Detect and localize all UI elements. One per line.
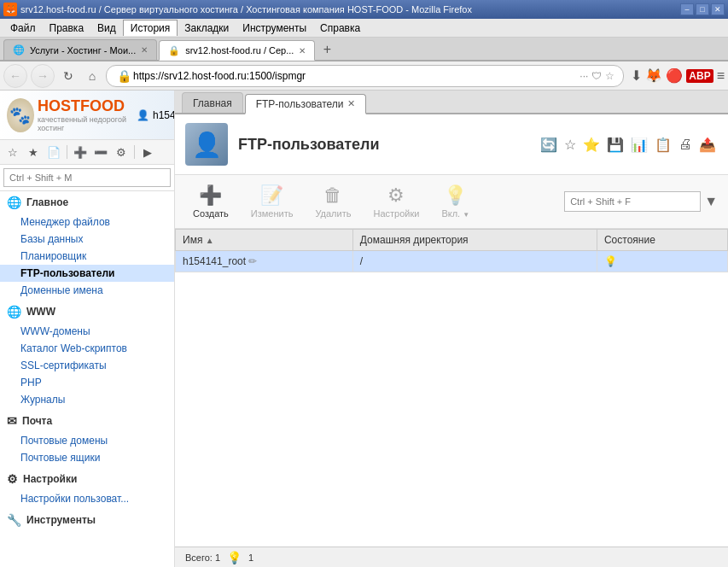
sidebar-item-logs[interactable]: Журналы	[0, 391, 174, 408]
sidebar-section-header-tools[interactable]: 🔧 Инструменты	[0, 509, 174, 531]
close-button[interactable]: ✕	[711, 3, 725, 15]
sidebar-section-header-settings[interactable]: ⚙ Настройки	[0, 468, 174, 490]
sidebar-sep-1	[67, 145, 67, 159]
menu-bookmarks[interactable]: Закладки	[178, 20, 236, 36]
tab-close-0[interactable]: ✕	[141, 45, 148, 55]
addr-dots[interactable]: ···	[579, 70, 588, 82]
sidebar-item-php[interactable]: PHP	[0, 374, 174, 391]
status-count: 1	[248, 552, 253, 563]
sidebar-item-scheduler[interactable]: Планировщик	[0, 248, 174, 265]
sidebar-search-input[interactable]	[3, 168, 171, 187]
enable-button[interactable]: 💡 Вкл. ▼	[434, 180, 477, 223]
col-status[interactable]: Состояние	[597, 230, 727, 251]
sidebar-item-databases[interactable]: Базы данных	[0, 231, 174, 248]
create-button[interactable]: ➕ Создать	[185, 180, 236, 223]
col-name[interactable]: Имя ▲	[176, 230, 353, 251]
create-label: Создать	[193, 208, 229, 219]
back-button[interactable]: ←	[3, 64, 27, 88]
delete-button[interactable]: 🗑 Удалить	[307, 180, 358, 223]
www-icon: 🌐	[7, 305, 21, 319]
sidebar-tool-minus[interactable]: ➖	[91, 143, 110, 161]
tab-favicon: 🌐	[13, 44, 25, 56]
download-icon[interactable]: ⬇	[631, 67, 642, 84]
addressbar: ← → ↻ ⌂ 🔒 https://srv12.host-food.ru:150…	[0, 61, 728, 91]
enable-label: Вкл. ▼	[441, 208, 469, 219]
menu-history[interactable]: История	[123, 20, 178, 36]
content-tab-ftp-close[interactable]: ✕	[347, 98, 355, 109]
sidebar-item-www-domains[interactable]: WWW-домены	[0, 323, 174, 340]
sidebar-section-settings: ⚙ Настройки Настройки пользоват...	[0, 468, 174, 507]
cell-directory: /	[352, 251, 597, 272]
addr-star[interactable]: ☆	[605, 70, 614, 82]
sidebar-section-header-mail[interactable]: ✉ Почта	[0, 410, 174, 432]
shield-icon: 🔴	[666, 67, 683, 84]
refresh-icon[interactable]: 🔄	[539, 135, 559, 155]
sidebar-section-header-www[interactable]: 🌐 WWW	[0, 301, 174, 323]
menu-icon[interactable]: ≡	[717, 68, 725, 84]
adblock-icon[interactable]: ABP	[686, 69, 713, 83]
sidebar-search-area[interactable]	[0, 165, 174, 191]
sidebar-item-mailboxes[interactable]: Почтовые ящики	[0, 449, 174, 466]
tab-close-1[interactable]: ✕	[299, 46, 306, 56]
browser-tab-0[interactable]: 🌐 Услуги - Хостинг - Мои... ✕	[3, 39, 157, 60]
titlebar-controls[interactable]: – □ ✕	[680, 3, 725, 15]
sidebar-toolbar: ☆ ★ 📄 ➕ ➖ ⚙ ▶	[0, 140, 174, 165]
menubar: Файл Правка Вид История Закладки Инструм…	[0, 19, 728, 38]
menu-view[interactable]: Вид	[90, 20, 123, 36]
menu-edit[interactable]: Правка	[43, 20, 91, 36]
sidebar-item-ftp[interactable]: FTP-пользователи	[0, 265, 174, 282]
sidebar-item-mail-domains[interactable]: Почтовые домены	[0, 432, 174, 449]
content-tab-home[interactable]: Главная	[182, 92, 243, 113]
logo-info: HOSTFOOD качественный недорогой хостинг	[38, 97, 131, 132]
sidebar-tool-star1[interactable]: ☆	[3, 143, 22, 161]
sidebar-item-ssl[interactable]: SSL-сертификаты	[0, 357, 174, 374]
forward-button[interactable]: →	[31, 64, 55, 88]
browser-tab-1[interactable]: 🔒 srv12.host-food.ru / Сер... ✕	[159, 40, 315, 61]
home-button[interactable]: ⌂	[82, 66, 102, 86]
toolbar-icons: ⬇ 🦊 🔴 ABP ≡	[631, 67, 725, 84]
sidebar-tool-star2[interactable]: ★	[24, 143, 43, 161]
table-icon[interactable]: 📊	[629, 135, 649, 155]
sidebar-item-web-scripts[interactable]: Каталог Web-скриптов	[0, 340, 174, 357]
sidebar-tool-arrow[interactable]: ▶	[138, 143, 157, 161]
new-tab-button[interactable]: +	[317, 39, 337, 60]
tab-favicon-1: 🔒	[168, 45, 180, 56]
table-row[interactable]: h154141_root ✏ / 💡	[176, 251, 728, 272]
edit-icon: 📝	[260, 184, 283, 207]
sidebar-tool-gear[interactable]: ⚙	[112, 143, 131, 161]
menu-file[interactable]: Файл	[3, 20, 43, 36]
user-icon: 👤	[137, 109, 149, 121]
star-empty-icon[interactable]: ☆	[562, 135, 578, 155]
settings-button[interactable]: ⚙ Настройки	[365, 180, 427, 223]
sidebar-tool-doc[interactable]: 📄	[44, 143, 63, 161]
minimize-button[interactable]: –	[680, 3, 694, 15]
titlebar: 🦊 srv12.host-food.ru / Сервер виртуально…	[0, 0, 728, 19]
content-tab-ftp-label: FTP-пользователи	[256, 98, 344, 110]
col-directory[interactable]: Домашняя директория	[352, 230, 597, 251]
menu-tools[interactable]: Инструменты	[236, 20, 313, 36]
sidebar-item-filemanager[interactable]: Менеджер файлов	[0, 213, 174, 231]
table-search-input[interactable]	[564, 191, 701, 212]
main-layout: 🐾 HOSTFOOD качественный недорогой хостин…	[0, 91, 728, 567]
filter-icon[interactable]: ▼	[704, 194, 718, 209]
list-icon[interactable]: 📋	[653, 135, 673, 155]
lock-icon: 🔒	[115, 69, 133, 83]
print-icon[interactable]: 🖨	[677, 135, 694, 154]
star-filled-icon[interactable]: ⭐	[581, 135, 602, 155]
menu-help[interactable]: Справка	[313, 20, 367, 36]
edit-button[interactable]: 📝 Изменить	[243, 180, 301, 223]
sidebar-item-user-settings[interactable]: Настройки пользоват...	[0, 490, 174, 507]
maximize-button[interactable]: □	[696, 3, 709, 15]
refresh-button[interactable]: ↻	[58, 66, 79, 86]
sidebar-item-domains[interactable]: Доменные имена	[0, 282, 174, 299]
settings-icon: ⚙	[7, 472, 18, 486]
sort-arrow-name: ▲	[206, 236, 214, 245]
save-icon[interactable]: 💾	[605, 135, 626, 155]
sidebar-tool-plus[interactable]: ➕	[71, 143, 90, 161]
export-icon[interactable]: 📤	[697, 135, 718, 155]
sidebar-section-header-main[interactable]: 🌐 Главное	[0, 191, 174, 213]
address-box[interactable]: 🔒 https://srv12.host-food.ru:1500/ispmgr…	[106, 65, 624, 87]
total-label: Всего: 1	[185, 552, 220, 563]
ftp-table: Имя ▲ Домашняя директория Состояние	[175, 229, 728, 272]
content-tab-ftp[interactable]: FTP-пользователи ✕	[245, 94, 366, 114]
